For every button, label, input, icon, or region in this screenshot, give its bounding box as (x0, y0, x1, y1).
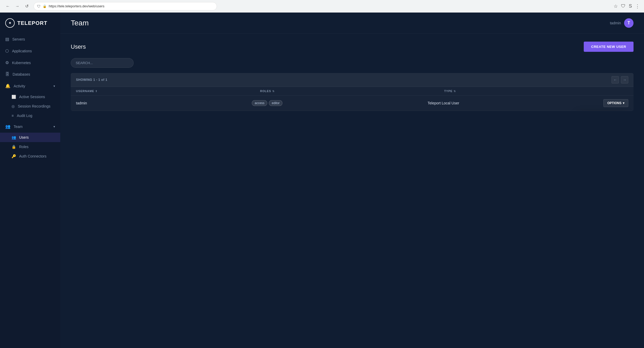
sidebar-item-roles[interactable]: 🔒 Roles (0, 142, 60, 151)
cell-type: Teleport Local User (428, 101, 603, 105)
sidebar-item-databases[interactable]: 🗄 Databases (0, 69, 60, 80)
role-badge-access: access (252, 100, 267, 106)
back-button[interactable]: ← (4, 3, 12, 10)
session-recordings-icon: ◎ (12, 104, 15, 108)
prev-page-button[interactable]: ← (612, 76, 619, 83)
team-icon: 👥 (5, 124, 10, 129)
sidebar-navigation: ▤ Servers ⬡ Applications ⚙ Kubernetes 🗄 … (0, 33, 60, 165)
search-bar (71, 58, 634, 68)
next-page-button[interactable]: → (621, 76, 628, 83)
role-badge-editor: editor (269, 100, 282, 106)
col-type[interactable]: TYPE ⇅ (444, 89, 628, 93)
team-chevron-icon: ▾ (53, 125, 55, 128)
options-cell: OPTIONS ▾ Edit... Reset Password... Dele… (603, 99, 628, 107)
browser-nav: ← → ↺ (4, 3, 30, 10)
pagination: ← → (612, 76, 628, 83)
sidebar-item-activity[interactable]: 🔔 Activity ▾ (0, 80, 60, 92)
user-avatar[interactable]: T (624, 18, 634, 28)
showing-count: SHOWING 1 - 1 of 1 (76, 78, 107, 82)
sidebar-item-session-recordings[interactable]: ◎ Session Recordings (0, 102, 60, 111)
content-header: Users CREATE NEW USER (71, 42, 634, 52)
active-sessions-label: Active Sessions (19, 95, 45, 99)
section-title: Users (71, 43, 86, 50)
refresh-button[interactable]: ↺ (23, 3, 30, 10)
applications-icon: ⬡ (5, 48, 9, 53)
security-shield-icon: 🛡 (37, 4, 41, 8)
sidebar-item-kubernetes[interactable]: ⚙ Kubernetes (0, 57, 60, 68)
users-icon: 👥 (12, 135, 16, 139)
activity-subnav: ⬜ Active Sessions ◎ Session Recordings ≡… (0, 92, 60, 120)
sidebar-item-team[interactable]: 👥 Team ▾ (0, 121, 60, 132)
create-new-user-button[interactable]: CREATE NEW USER (584, 42, 634, 52)
roles-label: Roles (19, 145, 29, 149)
audit-log-label: Audit Log (17, 114, 32, 118)
sidebar-activity-label: Activity (14, 84, 25, 88)
users-table: SHOWING 1 - 1 of 1 ← → USERNAME ⬆ ROLES … (71, 73, 634, 111)
kubernetes-icon: ⚙ (5, 60, 9, 65)
page-title: Team (71, 19, 89, 27)
app-container: ✦ TELEPORT ▤ Servers ⬡ Applications ⚙ Ku… (0, 13, 644, 348)
cell-username: tadmin (76, 101, 252, 105)
auth-connectors-label: Auth Connectors (19, 154, 46, 158)
col-username[interactable]: USERNAME ⬆ (76, 89, 260, 93)
options-chevron-icon: ▾ (623, 101, 624, 105)
databases-icon: 🗄 (5, 72, 9, 77)
main-content: Team tadmin T Users CREATE NEW USER SHOW… (60, 13, 644, 348)
sidebar-item-users[interactable]: 👥 Users (0, 133, 60, 142)
type-sort-icon: ⇅ (454, 90, 456, 93)
main-header: Team tadmin T (60, 13, 644, 34)
logo-icon: ✦ (5, 18, 15, 28)
sidebar-servers-label: Servers (12, 37, 25, 41)
session-recordings-label: Session Recordings (18, 104, 51, 108)
lock-icon: 🔒 (43, 4, 47, 8)
sidebar-kubernetes-label: Kubernetes (12, 61, 31, 65)
active-sessions-icon: ⬜ (12, 95, 16, 99)
sidebar-item-audit-log[interactable]: ≡ Audit Log (0, 111, 60, 120)
audit-log-icon: ≡ (12, 114, 14, 118)
profile-icon[interactable]: S (629, 3, 632, 9)
table-columns: USERNAME ⬆ ROLES ⇅ TYPE ⇅ (71, 87, 634, 96)
user-area: tadmin T (610, 18, 634, 28)
table-row: tadmin access editor Teleport Local User… (71, 96, 634, 111)
sidebar-applications-label: Applications (12, 49, 32, 53)
servers-icon: ▤ (5, 37, 9, 42)
bookmark-icon[interactable]: ☆ (614, 3, 618, 9)
address-bar[interactable]: 🛡 🔒 https://tele.teleporters.dev/web/use… (34, 2, 217, 10)
sidebar-item-auth-connectors[interactable]: 🔑 Auth Connectors (0, 151, 60, 161)
menu-icon[interactable]: ⋮ (635, 3, 640, 9)
roles-icon: 🔒 (12, 145, 16, 149)
logo[interactable]: ✦ TELEPORT (0, 13, 60, 33)
shield-action-icon[interactable]: 🛡 (621, 3, 626, 9)
sidebar-item-active-sessions[interactable]: ⬜ Active Sessions (0, 92, 60, 102)
team-subnav: 👥 Users 🔒 Roles 🔑 Auth Connectors (0, 133, 60, 161)
browser-chrome: ← → ↺ 🛡 🔒 https://tele.teleporters.dev/w… (0, 0, 644, 13)
sidebar-item-applications[interactable]: ⬡ Applications (0, 45, 60, 57)
sidebar-team-label: Team (14, 125, 23, 129)
url-text: https://tele.teleporters.dev/web/users (49, 4, 104, 8)
logo-text: TELEPORT (17, 20, 47, 26)
users-label: Users (19, 135, 29, 139)
username-sort-icon: ⬆ (95, 90, 97, 93)
sidebar-databases-label: Databases (13, 72, 30, 76)
activity-icon: 🔔 (5, 83, 10, 88)
activity-chevron-icon: ▾ (53, 84, 55, 88)
options-button[interactable]: OPTIONS ▾ (603, 99, 628, 107)
forward-button[interactable]: → (14, 3, 21, 10)
col-roles[interactable]: ROLES ⇅ (260, 89, 444, 93)
table-header-row: SHOWING 1 - 1 of 1 ← → (71, 73, 634, 87)
sidebar: ✦ TELEPORT ▤ Servers ⬡ Applications ⚙ Ku… (0, 13, 60, 348)
username-display: tadmin (610, 21, 621, 25)
cell-roles: access editor (252, 100, 428, 106)
sidebar-item-servers[interactable]: ▤ Servers (0, 33, 60, 45)
content-area: Users CREATE NEW USER SHOWING 1 - 1 of 1… (60, 34, 644, 348)
search-input[interactable] (71, 58, 134, 68)
auth-connectors-icon: 🔑 (12, 154, 16, 158)
browser-actions: ☆ 🛡 S ⋮ (614, 3, 640, 9)
roles-sort-icon: ⇅ (272, 90, 275, 93)
